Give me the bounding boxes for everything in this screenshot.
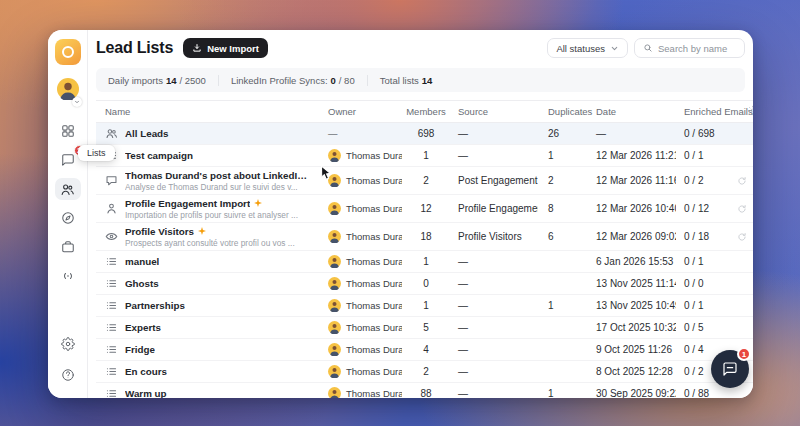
sidebar-item-help[interactable] [55,364,81,386]
stat-daily-imports: Daily imports14/ 2500 [108,75,219,86]
list-name-cell: Partnerships [96,299,320,312]
col-members[interactable]: Members [402,106,450,117]
owner-cell: Thomas Durand [320,321,402,334]
list-name: Profile Visitors [125,226,194,237]
table-row[interactable]: manuelThomas Durand1—6 Jan 2026 15:530 /… [96,251,753,273]
main-area: Lead Lists New Import All statuses [88,30,753,398]
sidebar: 2 [48,30,88,398]
list-name: Profile Engagement Import [125,198,250,209]
list-icon [105,299,118,312]
briefcase-icon [61,240,75,254]
owner-name: — [328,128,338,139]
list-name: Warm up [125,388,167,398]
table-row[interactable]: All Leads—698—26—0 / 698 [96,123,753,145]
list-subtitle: Prospects ayant consulté votre profil ou… [125,238,295,248]
import-download-icon [192,43,202,53]
members-cell: 18 [402,231,450,242]
owner-cell: Thomas Durand [320,202,402,215]
col-source[interactable]: Source [450,106,538,117]
list-icon [105,255,118,268]
list-subtitle: Analyse de Thomas Durand sur le suivi de… [125,182,310,192]
table-row[interactable]: Test campaignThomas Durand1—112 Mar 2026… [96,145,753,167]
members-cell: 12 [402,203,450,214]
list-name: Fridge [125,344,155,355]
list-name-cell: Test campaign [96,149,320,162]
table-row[interactable]: Warm upThomas Durand88—130 Sep 2025 09:2… [96,383,753,398]
list-name-cell: Warm up [96,387,320,398]
table-row[interactable]: GhostsThomas Durand0—13 Nov 2025 11:140 … [96,273,753,295]
owner-avatar [328,343,341,356]
duplicates-cell: 1 [538,388,588,398]
sidebar-item-explore[interactable] [55,207,81,229]
eye-icon [105,230,118,243]
sidebar-item-messages[interactable]: 2 [55,149,81,171]
table-row[interactable]: En coursThomas Durand2—8 Oct 2025 12:280… [96,361,753,383]
col-owner[interactable]: Owner [320,106,402,117]
search-box[interactable] [634,38,745,58]
lists-tooltip: Lists [78,145,115,161]
enriched-cell: 0 / 1 [676,300,753,311]
owner-cell: Thomas Durand [320,230,402,243]
col-name[interactable]: Name [96,106,320,117]
members-cell: 0 [402,278,450,289]
status-filter-select[interactable]: All statuses [547,38,628,58]
members-cell: 88 [402,388,450,398]
col-date[interactable]: Date [588,106,676,117]
sidebar-item-dashboard[interactable] [55,120,81,142]
owner-name: Thomas Durand [346,278,402,289]
grid-icon [61,124,75,138]
list-name: Partnerships [125,300,185,311]
person-icon [105,202,118,215]
user-avatar[interactable] [57,78,79,104]
source-cell: — [450,256,538,267]
owner-cell: Thomas Durand [320,299,402,312]
members-cell: 1 [402,256,450,267]
list-subtitle: Importation de profils pour suivre et an… [125,210,298,220]
owner-name: Thomas Durand [346,150,402,161]
source-cell: Profile Visitors [450,231,538,242]
source-cell: — [450,128,538,139]
table-row[interactable]: FridgeThomas Durand4—9 Oct 2025 11:260 /… [96,339,753,361]
list-icon [105,277,118,290]
list-name-cell: Fridge [96,343,320,356]
owner-avatar [328,321,341,334]
table-row[interactable]: ExpertsThomas Durand5—17 Oct 2025 10:320… [96,317,753,339]
owner-avatar [328,365,341,378]
search-input[interactable] [658,43,736,54]
owner-cell: — [320,128,402,139]
table-body: All Leads—698—26—0 / 698Test campaignTho… [96,123,753,398]
app-logo-icon[interactable] [55,39,81,65]
col-enriched-emails[interactable]: Enriched Emails [676,106,753,117]
sidebar-item-workspace[interactable] [55,236,81,258]
source-cell: — [450,366,538,377]
topbar: Lead Lists New Import All statuses [88,30,753,66]
list-icon [105,387,118,398]
column-settings-gear-icon[interactable] [747,105,753,118]
owner-avatar [328,149,341,162]
list-name: manuel [125,256,159,267]
sidebar-bottom [55,333,81,386]
owner-name: Thomas Durand [346,322,402,333]
source-cell: — [450,388,538,398]
sidebar-item-lists[interactable] [55,178,81,200]
table-row[interactable]: Thomas Durand's post about LinkedIn prof… [96,167,753,195]
table-row[interactable]: PartnershipsThomas Durand1—113 Nov 2025 … [96,295,753,317]
duplicates-cell: 6 [538,231,588,242]
list-name-cell: All Leads [96,127,320,140]
sidebar-item-broadcast[interactable] [55,265,81,287]
table-row[interactable]: Profile VisitorsProspects ayant consulté… [96,223,753,251]
col-duplicates[interactable]: Duplicates [538,106,588,117]
sparkle-icon [198,227,206,235]
help-icon [61,368,75,382]
members-cell: 2 [402,366,450,377]
source-cell: — [450,278,538,289]
support-chat-button[interactable]: 1 [711,350,749,388]
avatar-chevron-icon [72,97,82,107]
list-name: Test campaign [125,150,193,161]
new-import-button[interactable]: New Import [183,38,268,58]
list-name: All Leads [125,128,169,139]
owner-name: Thomas Durand [346,366,402,377]
sidebar-item-settings[interactable] [55,333,81,355]
table-row[interactable]: Profile Engagement ImportImportation de … [96,195,753,223]
chevron-down-icon [610,44,619,53]
